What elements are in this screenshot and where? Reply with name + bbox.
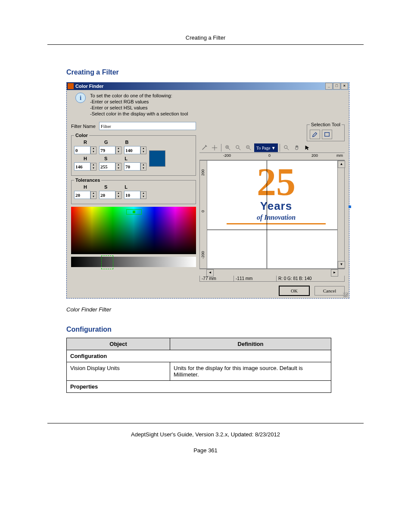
info-line: -Select color in the display with a sele…: [90, 111, 188, 117]
ruler-tick: -200: [201, 251, 205, 259]
group-tolerances-legend: Tolerances: [74, 177, 101, 183]
pointer-icon[interactable]: [302, 143, 312, 152]
info-line: -Enter or select RGB values: [90, 99, 188, 105]
app-icon: [68, 83, 74, 89]
titlebar[interactable]: Color Finder _ □ ×: [67, 82, 349, 90]
luminance-marker[interactable]: [101, 255, 113, 269]
luminance-picker[interactable]: [71, 257, 196, 267]
label-tol-s: S: [104, 184, 107, 190]
group-tolerances: Tolerances H S L ▲▼ ▲▼ ▲▼: [71, 177, 196, 204]
zoom-icon[interactable]: [282, 143, 291, 152]
group-selection-tool: Selection Tool: [307, 122, 345, 141]
group-color-legend: Color: [74, 133, 89, 138]
input-tol-h[interactable]: [74, 191, 90, 199]
ruler-horizontal: -200 0 200 mm: [199, 152, 345, 160]
image-canvas[interactable]: 25 Years of Innovation: [207, 161, 337, 268]
to-page-dropdown[interactable]: To Page ▼: [254, 143, 278, 152]
eyedropper-tool-button[interactable]: [310, 130, 320, 139]
sample-image: 25 Years of Innovation: [227, 165, 326, 224]
filter-name-input[interactable]: [99, 122, 196, 130]
spinner-b[interactable]: ▲▼: [140, 146, 146, 154]
input-g[interactable]: [99, 146, 115, 154]
zoom-in-icon[interactable]: [223, 143, 233, 152]
crosshair-vertical: [267, 161, 267, 268]
hue-marker[interactable]: [126, 209, 142, 215]
color-swatch: [149, 150, 165, 167]
spinner-r[interactable]: ▲▼: [90, 146, 97, 154]
spinner-s[interactable]: ▲▼: [115, 163, 121, 171]
zoom-100-icon[interactable]: [234, 143, 243, 152]
spinner-l[interactable]: ▲▼: [140, 163, 146, 171]
ok-button[interactable]: OK: [279, 286, 309, 296]
label-tol-h: H: [84, 184, 87, 190]
scroll-up-button[interactable]: ▲: [338, 161, 345, 168]
minimize-button[interactable]: _: [325, 83, 333, 90]
close-button[interactable]: ×: [341, 83, 348, 90]
section-heading-creating-filter: Creating a Filter: [66, 68, 364, 76]
resize-grip[interactable]: [343, 292, 348, 297]
label-b: B: [125, 140, 129, 145]
scrollbar-horizontal[interactable]: ◄ ►: [199, 269, 345, 276]
group-selection-tool-legend: Selection Tool: [310, 122, 342, 127]
crosshair-horizontal: [207, 230, 337, 230]
status-x: -77 mm: [200, 276, 234, 281]
input-s[interactable]: [99, 162, 115, 171]
input-l[interactable]: [124, 162, 140, 171]
section-configuration: Configuration: [67, 350, 331, 362]
spinner-tol-h[interactable]: ▲▼: [90, 191, 97, 199]
ruler-tick: 0: [268, 153, 271, 158]
section-heading-configuration: Configuration: [66, 326, 364, 333]
svg-point-2: [236, 146, 239, 149]
input-tol-l[interactable]: [124, 191, 140, 199]
ruler-vertical: 200 0 -200: [200, 161, 207, 268]
ruler-tick: 0: [201, 210, 205, 212]
input-r[interactable]: [74, 146, 90, 154]
wand-icon[interactable]: [199, 143, 209, 152]
info-line: -Enter or select HSL values: [90, 105, 188, 111]
info-line: To set the color do one of the following…: [90, 93, 188, 99]
logo-years: Years: [227, 199, 326, 213]
hand-icon[interactable]: [292, 143, 302, 152]
footer-text: AdeptSight User's Guide, Version 3.2.x, …: [47, 431, 364, 438]
spinner-h[interactable]: ▲▼: [90, 163, 97, 171]
input-h[interactable]: [74, 162, 90, 171]
ruler-tick: 200: [311, 153, 318, 158]
label-r: R: [84, 140, 87, 145]
rectangle-tool-button[interactable]: [322, 130, 332, 139]
footer-rule: [47, 423, 364, 423]
scroll-down-button[interactable]: ▼: [338, 261, 345, 268]
spinner-g[interactable]: ▲▼: [115, 146, 121, 154]
maximize-button[interactable]: □: [333, 83, 340, 90]
filter-name-label: Filter Name: [71, 124, 96, 129]
header-rule: [47, 44, 364, 45]
th-object: Object: [67, 338, 170, 350]
configuration-table: Object Definition Configuration Vision D…: [66, 338, 331, 393]
scrollbar-vertical[interactable]: ▲ ▼: [337, 161, 344, 268]
label-tol-l: L: [125, 184, 128, 190]
spinner-tol-l[interactable]: ▲▼: [140, 191, 146, 199]
crosshair-icon[interactable]: [210, 143, 219, 152]
label-h: H: [84, 156, 87, 161]
window-title: Color Finder: [75, 84, 325, 89]
input-tol-s[interactable]: [99, 191, 115, 199]
label-l: L: [125, 156, 128, 161]
logo-bar: [227, 223, 326, 224]
svg-rect-0: [324, 133, 329, 137]
image-canvas-wrap: 200 0 -200 25 Years of Innovation: [199, 160, 345, 269]
ruler-tick: -200: [223, 153, 231, 158]
section-properties: Properties: [67, 381, 331, 393]
ruler-unit: mm: [336, 153, 343, 158]
figure-caption: Color Finder Filter: [66, 306, 364, 313]
image-toolbar: To Page ▼: [199, 143, 345, 152]
status-bar: -77 mm -111 mm R: 0 G: 81 B: 140: [199, 276, 345, 282]
zoom-out-icon[interactable]: [244, 143, 253, 152]
hue-saturation-picker[interactable]: [71, 207, 196, 254]
th-definition: Definition: [170, 338, 331, 350]
selection-handle-icon: [349, 205, 351, 208]
spinner-tol-s[interactable]: ▲▼: [115, 191, 121, 199]
info-text: To set the color do one of the following…: [90, 93, 188, 117]
input-b[interactable]: [124, 146, 140, 154]
page-number: Page 361: [47, 447, 364, 454]
ruler-tick: 200: [201, 169, 205, 176]
cancel-button[interactable]: Cancel: [314, 286, 345, 296]
